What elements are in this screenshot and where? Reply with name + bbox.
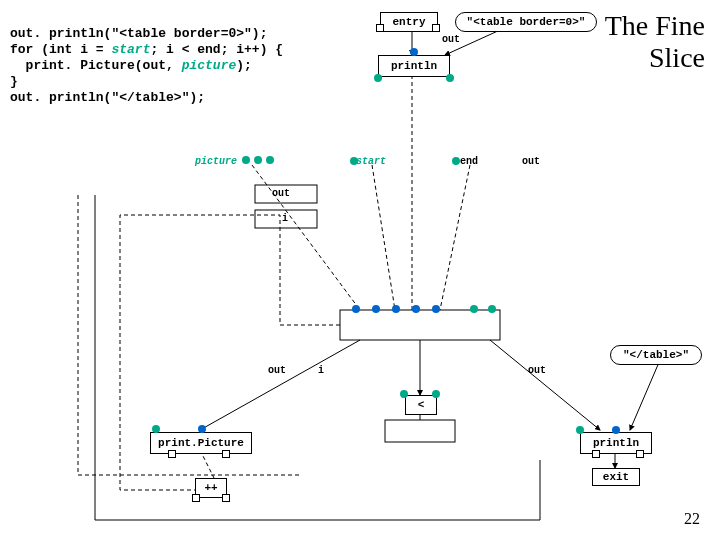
dot-icon — [432, 390, 440, 398]
svg-line-3 — [372, 165, 395, 310]
slide-number: 22 — [684, 510, 700, 528]
code-l3b: picture — [182, 58, 237, 73]
dot-icon — [350, 157, 358, 165]
code-l3a: print. Picture(out, — [10, 58, 182, 73]
dot-icon — [410, 48, 418, 56]
svg-rect-11 — [385, 420, 455, 442]
code-l2b: start — [111, 42, 150, 57]
dot-icon — [470, 305, 478, 313]
start-label: start — [356, 156, 386, 167]
entry-node: entry — [380, 12, 438, 32]
port-icon — [222, 450, 230, 458]
code-l2a: for (int i = — [10, 42, 111, 57]
dot-icon — [412, 305, 420, 313]
title-line1: The Fine — [605, 10, 705, 41]
svg-rect-6 — [340, 310, 500, 340]
inc-label: ++ — [204, 482, 217, 494]
lt-node: < — [405, 395, 437, 415]
entry-label: entry — [392, 16, 425, 28]
out-label-2: out — [272, 188, 290, 199]
print-picture-node: print.Picture — [150, 432, 252, 454]
svg-line-9 — [490, 340, 600, 430]
i-label: i — [282, 213, 288, 224]
dot-icon — [198, 425, 206, 433]
dot-icon — [372, 305, 380, 313]
out-port-label: out — [442, 34, 460, 45]
lt-label: < — [418, 399, 425, 411]
dot-icon — [612, 426, 620, 434]
port-icon — [376, 24, 384, 32]
dot-icon — [254, 156, 262, 164]
svg-line-5 — [252, 165, 360, 310]
string-table-close-node: "</table>" — [610, 345, 702, 365]
code-l4: } — [10, 74, 18, 89]
dot-icon — [242, 156, 250, 164]
exit-node: exit — [592, 468, 640, 486]
out-label-3: out — [268, 365, 286, 376]
code-block: out. println("<table border=0>"); for (i… — [10, 26, 283, 106]
tb0-label: "<table border=0>" — [467, 16, 586, 28]
dot-icon — [576, 426, 584, 434]
port-icon — [192, 494, 200, 502]
dot-icon — [352, 305, 360, 313]
port-icon — [222, 494, 230, 502]
port-icon — [592, 450, 600, 458]
title-line2: Slice — [649, 42, 705, 73]
port-icon — [636, 450, 644, 458]
dot-icon — [446, 74, 454, 82]
svg-line-10 — [630, 360, 660, 430]
println2-label: println — [593, 437, 639, 449]
dot-icon — [452, 157, 460, 165]
code-l2c: ; i < end; i++) { — [150, 42, 283, 57]
dot-icon — [266, 156, 274, 164]
port-icon — [432, 24, 440, 32]
end-label: end — [460, 156, 478, 167]
string-table-open-node: "<table border=0>" — [455, 12, 597, 32]
out-label-4: out — [528, 365, 546, 376]
slide-title: The Fine Slice — [605, 10, 705, 74]
svg-line-4 — [440, 165, 470, 310]
svg-line-8 — [200, 340, 360, 430]
code-l1: out. println("<table border=0>"); — [10, 26, 267, 41]
dot-icon — [392, 305, 400, 313]
dot-icon — [374, 74, 382, 82]
tbclose-label: "</table>" — [623, 349, 689, 361]
port-icon — [168, 450, 176, 458]
println1-node: println — [378, 55, 450, 77]
dot-icon — [432, 305, 440, 313]
dot-icon — [400, 390, 408, 398]
code-l5: out. println("</table>"); — [10, 90, 205, 105]
picture-label: picture — [195, 156, 237, 167]
i-label-2: i — [318, 365, 324, 376]
dot-icon — [152, 425, 160, 433]
println1-label: println — [391, 60, 437, 72]
svg-line-13 — [200, 450, 215, 480]
exit-label: exit — [603, 471, 629, 483]
out-label-1: out — [522, 156, 540, 167]
print-picture-label: print.Picture — [158, 437, 244, 449]
code-l3c: ); — [236, 58, 252, 73]
dot-icon — [488, 305, 496, 313]
